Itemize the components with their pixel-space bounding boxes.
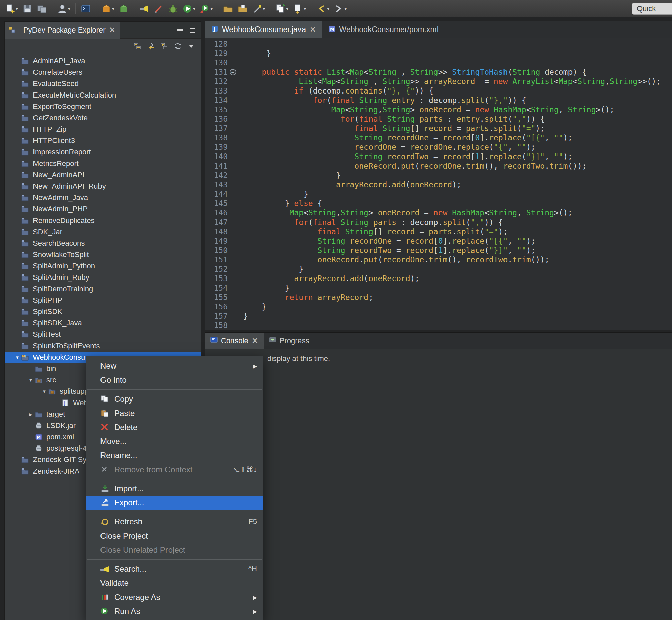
code-line [243, 39, 672, 49]
new-wizard-button[interactable]: ▾ [3, 2, 20, 16]
line-number-gutter[interactable]: 128129130131−132133134135136137138139140… [205, 38, 239, 330]
search-flashlight-button[interactable] [137, 2, 151, 16]
menu-item-coverage-as[interactable]: Coverage As▶ [86, 590, 263, 604]
menu-item-search-[interactable]: Search...^H [86, 562, 263, 576]
menu-item-export-[interactable]: Export... [86, 496, 263, 510]
menu-item-delete[interactable]: Delete [86, 420, 263, 434]
project-icon [21, 217, 30, 224]
tree-item-searchbeacons[interactable]: SearchBeacons [5, 238, 201, 249]
tree-item-removeduplicates[interactable]: RemoveDuplicates [5, 215, 201, 226]
collapse-all-icon[interactable] [134, 42, 142, 51]
open-file-button[interactable] [236, 2, 249, 16]
tree-item-newadmin-php[interactable]: NewAdmin_PHP [5, 203, 201, 215]
tree-item-label: ExportToSegment [33, 102, 92, 111]
tree-item-impressionreport[interactable]: ImpressionReport [5, 147, 201, 158]
tree-item-getzendeskvote[interactable]: GetZendeskVote [5, 112, 201, 124]
profile-button[interactable]: ▾ [198, 2, 214, 16]
code-token: recordTwo [466, 255, 508, 264]
save-button[interactable] [21, 2, 34, 16]
code-token: . [396, 161, 401, 170]
sync-selection-icon[interactable] [174, 42, 182, 51]
tab-pydev-package-explorer[interactable]: PyDev Package Explorer ✕ [5, 22, 120, 39]
tree-item-sdk-jar[interactable]: SDK_Jar [5, 226, 201, 238]
new-java-project-button[interactable] [117, 2, 130, 16]
new-snippet-button[interactable]: ▾ [274, 2, 290, 16]
menu-item-close-project[interactable]: Close Project [86, 529, 263, 543]
tab-label: WebhookConsumer.java [222, 25, 306, 34]
menu-item-validate[interactable]: Validate [86, 576, 263, 590]
tree-item-new-adminapi[interactable]: New_AdminAPI [5, 169, 201, 180]
quick-access-input[interactable]: Quick [632, 3, 672, 15]
project-icon [21, 81, 30, 87]
pydev-console-button[interactable] [79, 2, 93, 16]
mfile-icon: M [35, 434, 43, 441]
tree-item-metricsreport[interactable]: MetricsReport [5, 158, 201, 169]
menu-item-run-as[interactable]: Run As▶ [86, 604, 263, 618]
back-button[interactable]: ▾ [315, 2, 331, 16]
tree-item-splitsdk[interactable]: SplitSDK [5, 306, 201, 317]
expand-arrow-icon[interactable]: ▼ [40, 389, 48, 394]
close-tab-icon[interactable]: ✕ [310, 26, 316, 34]
menu-item-close-unrelated-project[interactable]: Close Unrelated Project [86, 543, 263, 557]
new-java-package-button[interactable]: ▾ [100, 2, 116, 16]
menu-item-go-into[interactable]: Go Into [86, 373, 263, 387]
minimize-icon[interactable] [177, 30, 183, 31]
tree-item-evaluateseed[interactable]: EvaluateSeed [5, 78, 201, 90]
forward-button[interactable]: ▾ [332, 2, 348, 16]
tree-item-http-zip[interactable]: HTTP_Zip [5, 124, 201, 135]
link-with-editor-icon[interactable] [147, 42, 155, 51]
menu-item-new[interactable]: New▶ [86, 359, 263, 373]
fold-collapse-icon[interactable]: − [230, 69, 236, 75]
tab-label: Progress [280, 337, 309, 345]
user-profile-button[interactable]: ▾ [56, 2, 72, 16]
tree-item-splitdemotraining[interactable]: SplitDemoTraining [5, 283, 201, 295]
tree-item-snowflaketosplit[interactable]: SnowflakeToSplit [5, 249, 201, 260]
editor-tab-webhookconsumer-java[interactable]: JWebhookConsumer.java✕ [205, 21, 322, 38]
tree-item-splitsdk-java[interactable]: SplitSDK_Java [5, 317, 201, 329]
menu-item-move-[interactable]: Move... [86, 434, 263, 449]
toolbar-separator [75, 3, 76, 14]
editor-tab-webhookconsumer-pom-xml[interactable]: MWebhookConsumer/pom.xml [322, 21, 445, 38]
run-button[interactable]: ▾ [180, 2, 197, 16]
console-tab-progress[interactable]: Progress [264, 333, 315, 349]
menu-item-import-[interactable]: Import... [86, 481, 263, 496]
gutter-line: 138 [205, 133, 239, 143]
view-menu-icon[interactable] [187, 42, 195, 51]
console-tab-console[interactable]: Console✕ [205, 333, 264, 349]
tree-item-httpclient3[interactable]: HTTPClient3 [5, 135, 201, 147]
expand-arrow-icon[interactable]: ▼ [27, 378, 35, 383]
menu-item-rename-[interactable]: Rename... [86, 449, 263, 463]
menu-item-refresh[interactable]: RefreshF5 [86, 515, 263, 529]
code-token: trim [512, 255, 530, 264]
tree-item-splitadmin-python[interactable]: SplitAdmin_Python [5, 260, 201, 272]
expand-arrow-icon[interactable]: ▼ [13, 355, 21, 360]
tree-item-splitphp[interactable]: SplitPHP [5, 295, 201, 306]
tree-item-splitadmin-ruby[interactable]: SplitAdmin_Ruby [5, 272, 201, 283]
magic-wand-button[interactable]: ▾ [250, 2, 267, 16]
menu-item-remove-from-context[interactable]: Remove from Context⌥⇧⌘↓ [86, 463, 263, 476]
menu-item-paste[interactable]: Paste [86, 406, 263, 420]
menu-item-copy[interactable]: Copy [86, 392, 263, 406]
tree-item-executemetriccalculation[interactable]: ExecuteMetricCalculation [5, 90, 201, 101]
code-text[interactable]: } public static List<Map<String , String… [239, 38, 672, 330]
next-annotation-button[interactable]: ▾ [291, 2, 307, 16]
close-view-icon[interactable]: ✕ [109, 26, 116, 34]
debug-button[interactable] [166, 2, 179, 16]
tree-item-exporttosegment[interactable]: ExportToSegment [5, 101, 201, 112]
tree-item-adminapi-java[interactable]: AdminAPI_Java [5, 55, 201, 67]
tree-item-newadmin-java[interactable]: NewAdmin_Java [5, 192, 201, 203]
tree-item-splunktosplitevents[interactable]: SplunkToSplitEvents [5, 340, 201, 352]
code-token [354, 96, 359, 105]
tree-item-correlateusers[interactable]: CorrelateUsers [5, 67, 201, 78]
code-editor[interactable]: 128129130131−132133134135136137138139140… [205, 38, 672, 330]
mark-occurrences-button[interactable] [152, 2, 165, 16]
close-tab-icon[interactable]: ✕ [251, 337, 258, 345]
save-all-button[interactable] [35, 2, 49, 16]
maximize-icon[interactable] [189, 28, 195, 33]
tree-item-new-adminapi-ruby[interactable]: New_AdminAPI_Ruby [5, 180, 201, 192]
expand-arrow-icon[interactable]: ▶ [27, 412, 35, 417]
expand-all-icon[interactable] [161, 42, 168, 51]
tree-item-splittest[interactable]: SplitTest [5, 329, 201, 340]
code-token: Map [322, 77, 336, 86]
open-resource-button[interactable] [221, 2, 235, 16]
